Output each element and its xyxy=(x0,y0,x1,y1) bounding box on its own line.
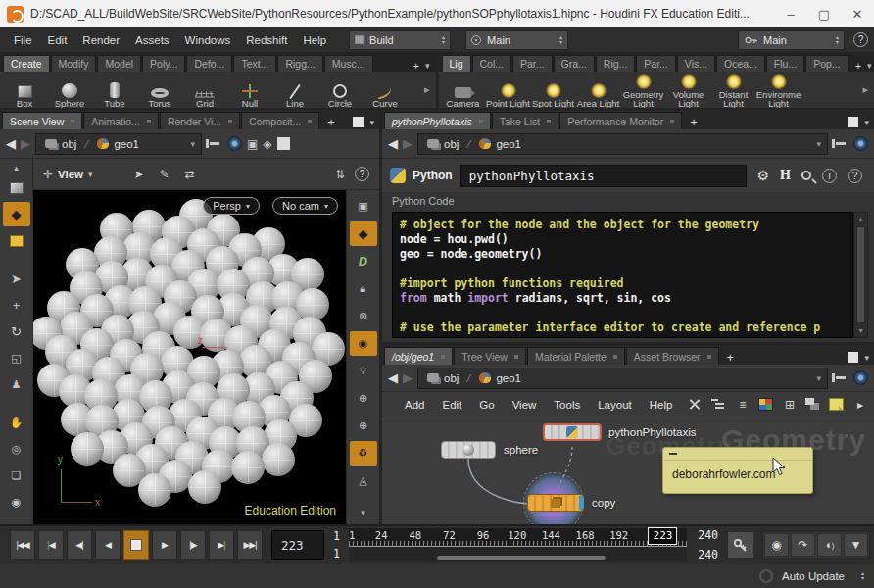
select-tool-icon[interactable]: ➤ xyxy=(3,267,30,291)
network-menu-layout[interactable]: Layout xyxy=(589,396,641,414)
pin-icon[interactable] xyxy=(210,142,219,145)
help-button[interactable]: ? xyxy=(853,32,868,47)
shelf-tab-modify[interactable]: Modify xyxy=(51,55,97,72)
pane-tab-material-palette[interactable]: Material Palette xyxy=(527,347,625,365)
pane-tab-tree-view[interactable]: Tree View xyxy=(454,347,526,365)
viewport-help-icon[interactable]: ? xyxy=(355,167,369,181)
rotate-tool-icon[interactable]: ↻ xyxy=(3,319,30,344)
shelf-tool-spot-light[interactable]: Spot Light xyxy=(531,73,576,108)
snapshot-cube-icon[interactable]: ▣ xyxy=(247,137,258,151)
network-menu-edit[interactable]: Edit xyxy=(433,396,470,414)
shelf-tool-distant-light[interactable]: Distant Light xyxy=(711,73,756,108)
playback-end-field[interactable]: 240 xyxy=(698,528,718,542)
display-flag[interactable] xyxy=(579,496,584,510)
playback-start-field[interactable]: 1 xyxy=(333,529,340,543)
menu-edit[interactable]: Edit xyxy=(40,31,75,49)
shelf-tab-poly[interactable]: Poly... xyxy=(142,55,185,72)
sticky-note[interactable]: deborahrfowler.com xyxy=(662,447,813,494)
new-shelf-tab-icon[interactable]: + xyxy=(413,60,419,72)
new-shelf-tab-icon[interactable]: + xyxy=(855,60,861,72)
range-end-fields[interactable]: 240 240 xyxy=(696,527,720,563)
shelf-tool-camera[interactable]: Camera xyxy=(441,73,486,108)
shelf-tool-box[interactable]: Box xyxy=(2,73,47,108)
scroll-down-icon[interactable]: ▾ xyxy=(858,326,862,335)
pane-tab-performance-monitor[interactable]: Performance Monitor xyxy=(559,112,682,129)
pose-tool-icon[interactable]: ♟ xyxy=(3,372,30,397)
shelf-tool-null[interactable]: Null xyxy=(227,73,272,108)
move-handle-icon[interactable]: ⇄ xyxy=(185,168,195,181)
node-sphere[interactable]: sphere xyxy=(441,441,496,459)
back-arrow-icon[interactable]: ◀ xyxy=(388,370,398,385)
menu-windows[interactable]: Windows xyxy=(177,31,239,49)
pane-maximize-icon[interactable] xyxy=(848,117,858,127)
shelf-tab-ocea[interactable]: Ocea... xyxy=(716,55,765,72)
shelf-tab-defo[interactable]: Defo... xyxy=(186,55,232,72)
select-mode-icon[interactable]: ➤ xyxy=(134,168,144,181)
breadcrumb-geo1[interactable]: geo1 xyxy=(90,138,146,150)
radial-menu-icon[interactable] xyxy=(227,136,242,151)
take-selector[interactable]: Main ▴▾ xyxy=(738,30,845,50)
current-frame-field[interactable]: 223 xyxy=(271,530,324,560)
no-cook-icon[interactable]: ⊗ xyxy=(350,304,377,328)
shelf-tab-pop[interactable]: Pop... xyxy=(805,55,848,72)
lights-icon[interactable]: 💡︎ xyxy=(350,359,377,383)
snap-tool-icon[interactable]: ◎ xyxy=(3,437,30,462)
timeline-range-bar[interactable] xyxy=(349,547,687,562)
houdini-badge-icon[interactable]: H xyxy=(780,168,791,183)
pane-menu-caret-icon[interactable]: ▾ xyxy=(369,118,374,127)
more-icon[interactable]: ▸ xyxy=(852,398,867,411)
grid-snap-icon[interactable]: ⊞ xyxy=(782,398,797,411)
shelf-tab-create[interactable]: Create xyxy=(3,55,50,72)
shelf-tool-torus[interactable]: Torus xyxy=(137,73,182,108)
shelf-tool-grid[interactable]: Grid xyxy=(182,73,227,108)
parameters-help-icon[interactable]: ? xyxy=(848,169,862,183)
forward-arrow-icon[interactable]: ▶ xyxy=(21,136,30,151)
shelf-tab-lig[interactable]: Lig xyxy=(442,55,471,72)
shelf-menu-caret-icon[interactable]: ▾ xyxy=(867,61,872,71)
node-copy[interactable]: copy xyxy=(527,494,584,512)
translate-tool-icon[interactable]: + xyxy=(3,293,30,318)
lookdev-icon[interactable]: ◈ xyxy=(263,137,271,151)
material-update-icon[interactable]: ♻︎ xyxy=(350,441,377,466)
shelf-tool-area-light[interactable]: Area Light xyxy=(576,73,621,108)
pane-tab-render-vi[interactable]: Render Vi... xyxy=(160,112,240,129)
node-pythonphyllotaxis[interactable]: pythonPhyllotaxis xyxy=(543,423,602,441)
snapshot-icon[interactable]: ▣ xyxy=(350,194,377,219)
range-start-fields[interactable]: 1 1 xyxy=(327,528,346,562)
display-sort-icon[interactable]: ⇅ xyxy=(335,168,345,181)
tools-wrench-icon[interactable] xyxy=(688,398,703,411)
pane-tab-pythonphyllotaxis[interactable]: pythonPhyllotaxis xyxy=(384,112,491,129)
view-control-icon[interactable]: ◉ xyxy=(350,331,377,356)
gear-icon[interactable]: ⚙︎ xyxy=(757,168,770,183)
shelf-tab-vis[interactable]: Vis... xyxy=(677,55,715,72)
radial-menu-icon[interactable] xyxy=(853,370,868,385)
next-keyframe-button[interactable]: ▶| xyxy=(209,530,234,560)
view-menu[interactable]: ✛ View ▾ xyxy=(43,168,93,181)
desktop-spinner[interactable]: ▴▾ xyxy=(442,35,445,45)
shelf-tool-circle[interactable]: Circle xyxy=(317,73,363,108)
pane-maximize-icon[interactable] xyxy=(353,117,364,127)
auto-display-icon[interactable]: D xyxy=(350,249,377,273)
breadcrumb-obj[interactable]: obj xyxy=(38,138,83,150)
network-menu-tools[interactable]: Tools xyxy=(545,396,589,414)
python-code-editor[interactable]: # object for the node and the object for… xyxy=(392,212,853,338)
breadcrumb-geo1[interactable]: geo1 xyxy=(472,138,528,150)
secure-selection-icon[interactable]: ✎ xyxy=(160,168,170,181)
menu-render[interactable]: Render xyxy=(74,31,127,49)
radial-menu-icon[interactable] xyxy=(853,136,868,151)
shelf-tab-par[interactable]: Par... xyxy=(636,55,676,72)
camera-select-menu[interactable]: No cam▾ xyxy=(272,197,338,215)
shelf-tool-point-light[interactable]: Point Light xyxy=(486,73,531,108)
realtime-toggle-icon[interactable]: ◉ xyxy=(764,533,789,557)
menu-assets[interactable]: Assets xyxy=(127,31,177,49)
maximize-button[interactable]: ▢ xyxy=(807,0,841,27)
network-canvas[interactable]: Geometry Geometry sphere pythonPhyllotax… xyxy=(382,417,874,524)
breadcrumb-caret-icon[interactable]: ▾ xyxy=(816,139,825,149)
network-menu-go[interactable]: Go xyxy=(470,396,503,414)
breadcrumb-geo1[interactable]: geo1 xyxy=(472,372,528,384)
viewer-spinner[interactable]: ▴▾ xyxy=(559,35,562,45)
shelf-tool-line[interactable]: Line xyxy=(272,73,317,108)
more-tools-icon[interactable]: ▸ xyxy=(858,83,872,96)
visualizer-icon[interactable]: ◬ xyxy=(350,468,377,493)
list-view-icon[interactable]: ≡ xyxy=(735,398,750,411)
